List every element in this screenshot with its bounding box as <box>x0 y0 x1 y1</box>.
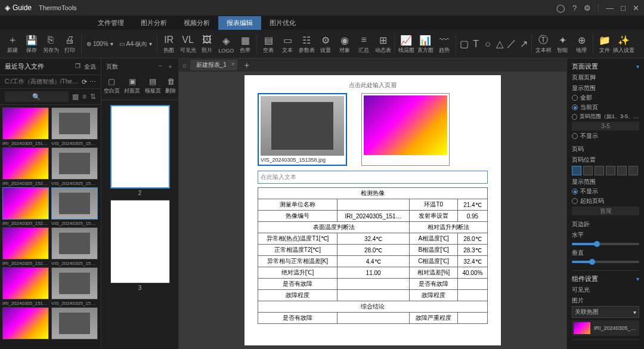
radio-start-page[interactable]: 起始页码 <box>572 197 639 205</box>
histogram-button[interactable]: 📊直方图 <box>416 30 434 58</box>
user-icon[interactable]: ◯ <box>556 4 565 13</box>
select-all[interactable]: 全选 <box>84 63 96 71</box>
file-thumb[interactable] <box>51 107 98 140</box>
shape-text[interactable]: T <box>470 30 481 58</box>
file-thumb[interactable] <box>2 147 49 180</box>
page-thumb[interactable] <box>110 105 170 189</box>
settings-icon[interactable]: ⚙ <box>584 4 591 13</box>
text-input-placeholder[interactable]: 在此输入文本 <box>258 171 488 184</box>
color-button[interactable]: ▦色带 <box>236 30 254 58</box>
file-button[interactable]: 📁文件 <box>596 30 614 58</box>
report-table[interactable]: 检测热像 测量单位名称环温T021.4℃ 热像编号IRI_20240305_15… <box>258 187 488 324</box>
window-maximize[interactable]: □ <box>621 4 626 13</box>
text-button[interactable]: ▭文本 <box>278 30 296 58</box>
copy-icon[interactable]: ❐ <box>75 63 80 71</box>
zoom-in-icon[interactable]: ＋ <box>167 62 174 71</box>
zoom-out-icon[interactable]: − <box>159 62 162 71</box>
blank-table-button[interactable]: ▤空表 <box>259 30 277 58</box>
document-tab[interactable]: 新建报表_1× <box>190 60 237 70</box>
separator <box>81 34 82 54</box>
linked-image-thumb[interactable]: IRI_20240305_151358… <box>572 320 639 336</box>
radio-page-range[interactable]: 页码范围（如1、3-5、20-46 <box>572 113 639 121</box>
page-position-grid[interactable] <box>572 166 639 175</box>
textbox-button[interactable]: Ⓣ文本框 <box>534 30 552 58</box>
label: 可见光 <box>572 286 639 294</box>
template-page-button[interactable]: ▤模板页 <box>145 77 161 95</box>
tab-video-analyze[interactable]: 视频分析 <box>175 16 218 30</box>
radio-no-show2[interactable]: 不显示 <box>572 187 639 196</box>
more-icon[interactable]: ⋯ <box>89 78 96 86</box>
shape-circle[interactable]: ○ <box>482 30 493 58</box>
cover-page-button[interactable]: ▣封面页 <box>124 77 140 95</box>
file-thumb[interactable] <box>2 307 49 339</box>
help-icon[interactable]: ? <box>572 4 577 13</box>
radio-no-show[interactable]: 不显示 <box>572 132 639 140</box>
file-thumb[interactable] <box>51 267 98 299</box>
home-icon[interactable]: ⌂ <box>182 61 187 69</box>
close-tab-icon[interactable]: × <box>231 61 235 67</box>
tab-image-optimize[interactable]: 图片优化 <box>261 16 304 30</box>
vl-button[interactable]: VL可见光 <box>179 30 197 58</box>
smart-button[interactable]: ✦智能 <box>553 30 571 58</box>
file-thumb[interactable] <box>2 187 49 220</box>
link-thermal-select[interactable]: 关联热图▾ <box>572 306 639 318</box>
separator <box>531 34 532 54</box>
page-range-input[interactable] <box>572 122 639 131</box>
geo-button[interactable]: ⊕地理 <box>572 30 590 58</box>
new-button[interactable]: ＋新建 <box>4 30 21 58</box>
ir-button[interactable]: IR热图 <box>160 30 178 58</box>
delete-page-button[interactable]: 🗑删除 <box>165 77 176 95</box>
add-tab-button[interactable]: + <box>241 60 253 70</box>
list-view-icon[interactable]: ≡ <box>82 92 86 101</box>
page-header-input[interactable]: 点击此处输入页眉 <box>258 80 488 93</box>
start-page-input[interactable] <box>572 206 639 215</box>
object-button[interactable]: ◉对象 <box>336 30 354 58</box>
summary-button[interactable]: ≡汇总 <box>355 30 373 58</box>
window-minimize[interactable]: — <box>606 4 614 13</box>
window-close[interactable]: ✕ <box>633 4 639 13</box>
collapse-icon[interactable]: ▾ <box>636 276 639 282</box>
blank-page-button[interactable]: ▢空白页 <box>104 77 120 95</box>
print-button[interactable]: 🖨打印 <box>61 30 79 58</box>
tab-file-manage[interactable]: 文件管理 <box>89 16 132 30</box>
param-table-button[interactable]: ☷参数表 <box>298 30 315 58</box>
visible-image-box[interactable]: VIS_20240305_151358.jpg <box>258 93 347 166</box>
orientation-select[interactable]: ▭ A4-纵向 ▾ <box>117 40 155 48</box>
file-thumb[interactable] <box>2 267 49 299</box>
tab-image-analyze[interactable]: 图片分析 <box>132 16 175 30</box>
shape-arrow[interactable]: ↗ <box>518 30 529 58</box>
file-thumb[interactable] <box>51 147 98 180</box>
file-thumb[interactable] <box>2 107 49 140</box>
file-thumb[interactable] <box>51 187 98 220</box>
report-page[interactable]: 点击此处输入页眉 VIS_20240305_151358.jpg 在此输入文本 … <box>244 75 501 345</box>
search-input[interactable]: 🔍 <box>5 91 69 102</box>
shape-rect[interactable]: ▢ <box>459 30 469 58</box>
grid-view-icon[interactable]: ▦ <box>72 92 79 101</box>
temp-line-button[interactable]: 📈线温图 <box>397 30 415 58</box>
logo-button[interactable]: ◈LOGO <box>217 30 235 58</box>
thermal-image <box>364 95 447 155</box>
filter-icon[interactable]: ⇅ <box>90 92 96 101</box>
trend-button[interactable]: 〰趋势 <box>435 30 453 58</box>
collapse-icon[interactable]: ▾ <box>636 63 639 70</box>
insert-settings-button[interactable]: ✨插入设置 <box>615 30 633 58</box>
file-thumb[interactable] <box>51 227 98 260</box>
refresh-icon[interactable]: ⟳ <box>82 78 87 86</box>
photo-button[interactable]: 🖼照片 <box>198 30 216 58</box>
zoom-select[interactable]: ⊕ 100% ▾ <box>84 41 116 47</box>
settings-table-button[interactable]: ⚙设置 <box>317 30 335 58</box>
save-button[interactable]: 💾保存 <box>23 30 41 58</box>
saveas-button[interactable]: ⎘另存为 <box>42 30 60 58</box>
vertical-margin-slider[interactable] <box>572 261 639 263</box>
dynamic-table-button[interactable]: ⊞动态表 <box>374 30 392 58</box>
shape-line[interactable]: ／ <box>506 30 517 58</box>
radio-all[interactable]: 全部 <box>572 94 639 102</box>
page-thumb[interactable] <box>110 200 170 283</box>
tab-report-edit[interactable]: 报表编辑 <box>218 16 261 30</box>
file-thumb[interactable] <box>51 307 98 339</box>
shape-triangle[interactable]: △ <box>494 30 505 58</box>
radio-current-page[interactable]: 当前页 <box>572 103 639 112</box>
thermal-image-box[interactable] <box>361 93 450 166</box>
horizontal-margin-slider[interactable] <box>572 243 639 245</box>
file-thumb[interactable] <box>2 227 49 260</box>
